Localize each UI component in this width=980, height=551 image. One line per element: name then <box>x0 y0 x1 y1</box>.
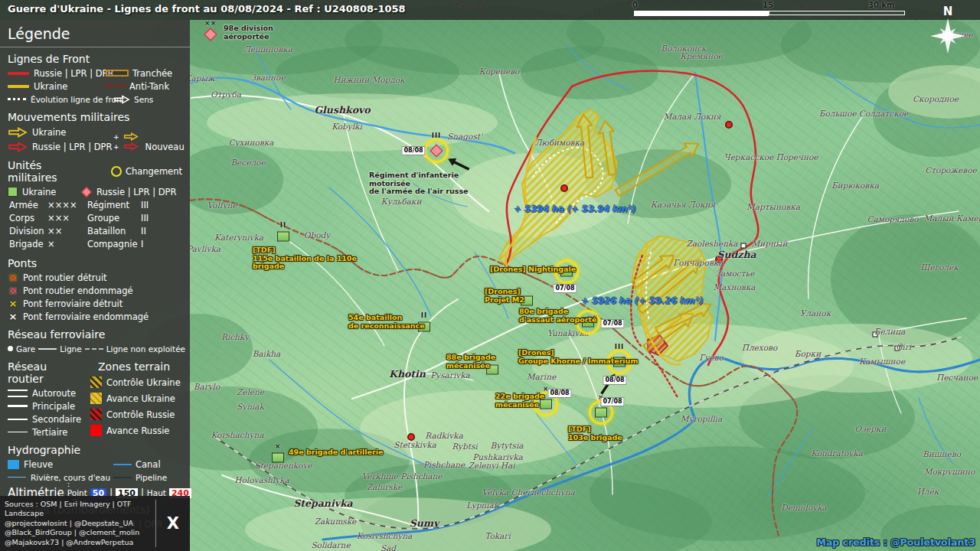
echelon-cell: Régiment <box>87 199 141 212</box>
town-label: Замостье <box>716 269 755 278</box>
date-badge: 07/08 <box>553 284 577 293</box>
unit-label: [Drones] Groupe Khorne / Immaterium <box>518 349 638 365</box>
town-label: Myropillia <box>681 414 722 423</box>
unit-label: 88e brigade mécanisée <box>446 354 495 370</box>
canal-swatch <box>113 464 132 465</box>
change-ring-icon <box>111 166 122 177</box>
unit-marker-ukraine <box>595 408 607 418</box>
date-badge: 07/08 <box>600 319 624 328</box>
echelon-cell: ×××× <box>47 199 87 212</box>
town-label: Мокрушино <box>924 467 975 476</box>
bridge-rail-damaged-icon: × <box>8 311 18 321</box>
rail-unused-label: Ligne non exploitée <box>106 344 185 354</box>
road-primary-swatch <box>8 405 28 407</box>
town-label: Zaoleshenka <box>686 239 737 248</box>
new-plus2: + <box>113 143 119 151</box>
town-label: Званное <box>250 73 285 82</box>
war-map-screenshot: ТолпиноБорщеньВолоконскНижнееКремяноеКор… <box>0 0 980 551</box>
town-label: Richky <box>221 332 249 341</box>
town-label: Rybtsi <box>452 442 477 451</box>
echelon-cell: Corps <box>9 212 47 225</box>
town-label: Pavlivka <box>187 244 220 253</box>
echelon-cell: ×× <box>47 225 87 238</box>
town-label: Kosivshchyna <box>357 531 412 540</box>
scale-bar-filled <box>634 11 769 16</box>
map-credits: Map credits : @Pouletvolant3 <box>817 536 976 548</box>
scale-bar: 0 15 30 km <box>632 1 905 19</box>
front-ukraine-label: Ukraine <box>34 81 67 92</box>
rail-unused-swatch <box>85 348 103 350</box>
new-russia-arrow-icon <box>123 142 139 151</box>
town-label: Борки <box>795 349 821 358</box>
unit-russia-icon <box>81 186 92 197</box>
section-front-lines: Lignes de Front <box>0 47 190 67</box>
town-label: Pysarivka <box>430 370 470 380</box>
zone-item: Contrôle Russie <box>106 409 175 420</box>
unit-label: 54e bataillon de reconnaissance <box>348 314 425 330</box>
riviere-swatch <box>8 477 26 478</box>
compass: N <box>929 5 966 55</box>
town-label: Саморядово <box>867 214 918 223</box>
town-label: Verkhnie Pishchane <box>361 471 442 481</box>
pipeline-swatch <box>113 477 132 478</box>
road-item: Principale <box>32 401 75 412</box>
town-label: Stetskivka <box>394 440 436 449</box>
area-gain-annotation: + 5926 ha (+ 59.26 km²) <box>581 295 703 306</box>
section-movements: Mouvements militaires <box>0 106 190 125</box>
front-russia-label: Russie | LPR | DPR <box>34 68 114 79</box>
unit-label: [Drones] Projet M2 <box>485 288 524 304</box>
unit-echelon: × <box>275 442 281 450</box>
bridge-item: Pont ferroviaire détruit <box>23 298 122 309</box>
zone-control-ukraine-swatch <box>90 377 102 388</box>
town-label: Сторожевое <box>925 165 977 174</box>
trench-label: Tranchée <box>132 68 172 79</box>
x-twitter-logo[interactable]: X <box>161 514 185 533</box>
town-label: Белица <box>874 327 906 336</box>
antitank-swatch <box>106 85 126 87</box>
station-icon <box>8 346 13 351</box>
unit-ukraine-label: Ukraine <box>22 187 56 197</box>
town-label: Demidovka <box>781 503 827 512</box>
zone-advance-russia-swatch <box>90 425 102 436</box>
town-label: Черкасское Поречное <box>724 152 818 161</box>
trench-swatch <box>106 70 129 77</box>
road-item: Tertiaire <box>32 427 67 438</box>
new-label: Nouveau <box>145 142 185 152</box>
section-bridges: Ponts <box>0 252 190 271</box>
legend-panel: Légende Lignes de Front Russie | LPR | D… <box>0 20 190 551</box>
town-label: Solidarne <box>311 540 350 549</box>
sens-arrow-icon <box>113 95 130 104</box>
unit-label: 98e division aéroportée <box>224 24 273 41</box>
town-label: Илёк <box>917 487 939 496</box>
road-tertiary-swatch <box>8 432 28 432</box>
zone-advance-ukraine-swatch <box>90 393 102 404</box>
map-title: Guerre d'Ukraine - Lignes de front au 08… <box>8 3 406 15</box>
unit-marker-russia <box>204 28 217 41</box>
town-label: Volfyne <box>207 201 237 210</box>
echelon-cell: Division <box>9 225 47 238</box>
road-item: Autoroute <box>32 388 76 399</box>
unit-label: 80e brigade d'assaut aéroporté <box>519 308 597 324</box>
section-hydro: Hydrographie <box>0 439 190 458</box>
echelon-cell: Armée <box>9 199 47 212</box>
town-label: Zelene <box>237 387 264 396</box>
town-label: Мирный <box>752 239 788 248</box>
town-label: Sumy <box>410 517 439 529</box>
section-units: Unités militaires <box>8 159 87 184</box>
town-label: Кульбаки <box>381 197 422 206</box>
date-badge: 08/08 <box>547 389 571 398</box>
town-label: Giri <box>896 342 911 351</box>
scale-bar-outline <box>769 11 905 15</box>
sources-block: Sources : OSM | Esri Imagery | OTF Lands… <box>0 496 190 551</box>
sources-line: Sources : OSM | Esri Imagery | OTF Lands… <box>5 500 151 519</box>
town-label: Korshachyna <box>211 430 264 439</box>
unit-label: Régiment d'infanterie motorisée de l'arm… <box>369 171 468 196</box>
rail-line-swatch <box>38 348 57 350</box>
change-label: Changement <box>126 166 182 177</box>
town-label: Сухиновка <box>228 138 273 147</box>
fleuve-label: Fleuve <box>24 459 53 470</box>
movement-russia-label: Russie | LPR | DPR <box>32 142 113 152</box>
town-label: Кремяное <box>680 51 722 60</box>
road-secondary-swatch <box>8 419 28 420</box>
antitank-label: Anti-Tank <box>129 81 169 92</box>
